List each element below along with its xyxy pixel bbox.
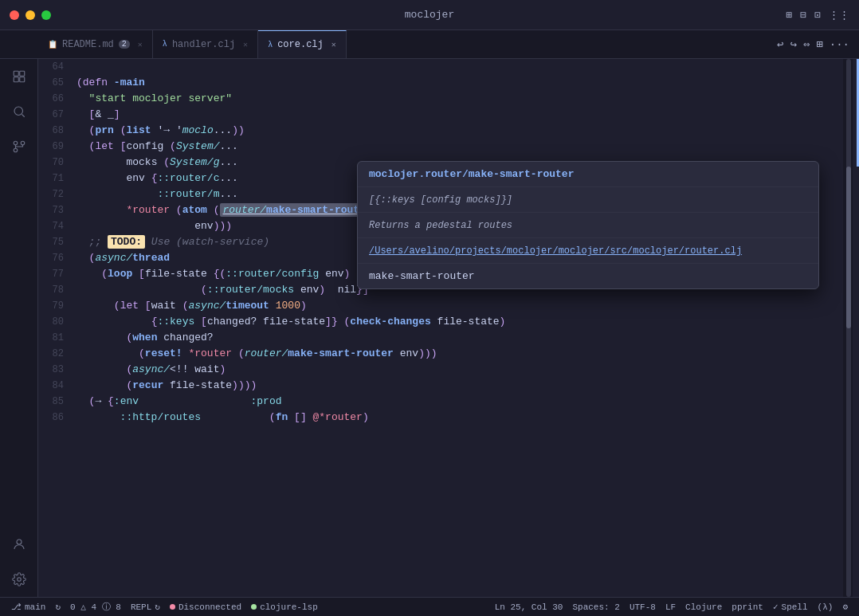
minimize-button[interactable] [25,10,35,20]
branch-name: main [25,602,45,612]
ac-item-args[interactable]: [{::keys [config mocks]}] [358,187,818,213]
table-row: 86 ::http/routes (fn [] @*router) [38,410,843,426]
tab-core[interactable]: λ core.clj ✕ [258,30,347,58]
grid-icon[interactable]: ⋮⋮ [829,9,849,22]
tab-readme-badge: 2 [119,40,130,49]
autocomplete-popup: moclojer.router/make-smart-router [{::ke… [357,161,819,289]
position-label: Ln 25, Col 30 [495,602,563,612]
lsp-dot [251,604,257,610]
line-number: 66 [38,91,76,107]
status-eol[interactable]: LF [661,598,681,616]
sidebar-icon-account[interactable] [8,533,30,555]
ac-path-text: /Users/avelino/projects/moclojer/mocloje… [369,245,742,257]
lsp-label: clojure-lsp [260,602,318,612]
split-icon[interactable]: ⊡ [814,9,821,22]
line-number: 67 [38,107,76,123]
status-repl[interactable]: REPL ↻ [126,598,165,616]
line-content: ::http/routes (fn [] @*router) [76,410,843,426]
navigate-icon[interactable]: ⇔ [803,37,810,51]
lang-label: Clojure [685,602,722,612]
table-row: 64 [38,59,843,75]
maximize-button[interactable] [41,10,51,20]
table-row: 83 (async/<!! wait) [38,362,843,378]
ac-item-path[interactable]: /Users/avelino/projects/moclojer/mocloje… [358,238,818,264]
scrollbar[interactable] [843,59,853,597]
ac-desc-text: Returns a pedestal routes [369,220,512,231]
line-number: 72 [38,186,76,202]
ac-sig-name: moclojer.router/make-smart-router [369,168,574,180]
line-content: (recur file-state)))) [76,378,843,394]
svg-point-6 [21,141,25,145]
status-lambda[interactable]: (λ) [813,598,838,616]
line-number: 75 [38,234,76,250]
split-editor-icon[interactable]: ⊞ [816,37,822,51]
ac-item-fn[interactable]: make-smart-router [358,264,818,288]
scrollbar-thumb[interactable] [846,167,851,328]
status-warnings[interactable]: 0 △ 4 ⓘ 8 [65,598,126,616]
branch-icon: ⎇ [11,602,22,612]
status-lsp[interactable]: clojure-lsp [246,598,323,616]
status-lang[interactable]: Clojure [681,598,727,616]
sidebar-icon-git[interactable] [8,135,30,158]
status-branch[interactable]: ⎇ main [6,598,50,616]
go-back-icon[interactable]: ↩ [777,37,783,51]
eol-label: LF [665,602,676,612]
status-settings[interactable]: ⚙ [837,598,853,616]
disconnected-label: Disconnected [178,602,241,612]
tab-core-label: core.clj [277,39,324,50]
line-number: 84 [38,378,76,394]
format-label: pprint [732,602,763,612]
line-number: 79 [38,298,76,314]
tab-core-close[interactable]: ✕ [331,40,336,49]
status-spaces[interactable]: Spaces: 2 [567,598,624,616]
table-row: 85 (→ {:env :prod [38,394,843,410]
status-spell[interactable]: ✓ Spell [768,598,813,616]
line-number: 78 [38,282,76,298]
tab-readme[interactable]: 📋 README.md 2 ✕ [38,30,153,58]
lambda-icon: (λ) [818,602,834,612]
ac-item-sig[interactable]: moclojer.router/make-smart-router [358,162,818,187]
table-row: 66 "start moclojer server" [38,91,843,107]
spell-icon: ✓ [773,602,779,612]
line-number: 69 [38,139,76,155]
spaces-label: Spaces: 2 [572,602,619,612]
line-content: (→ {:env :prod [76,394,843,410]
close-button[interactable] [10,10,19,20]
tabbar: 📋 README.md 2 ✕ λ handler.clj ✕ λ core.c… [0,30,859,59]
svg-rect-2 [14,77,18,82]
line-content: (defn -main [76,75,843,91]
status-encoding[interactable]: UTF-8 [625,598,661,616]
status-position[interactable]: Ln 25, Col 30 [490,598,568,616]
more-icon[interactable]: ··· [830,38,849,51]
line-number: 73 [38,202,76,218]
line-number: 71 [38,171,76,186]
status-refresh[interactable]: ↻ [50,598,65,616]
sidebar-toggle-icon[interactable]: ⊞ [786,9,793,22]
app-title: moclojer [405,9,454,21]
sidebar-icon-search[interactable] [8,100,30,123]
table-row: 69 (let [config (System/... [38,139,843,155]
sidebar-icon-explorer[interactable] [8,65,30,88]
svg-point-4 [14,107,23,116]
svg-point-9 [17,578,21,582]
line-content: (let [config (System/... [76,139,843,155]
table-row: 67 [& _] [38,107,843,123]
table-row: 79 (let [wait (async/timeout 1000) [38,298,843,314]
go-forward-icon[interactable]: ↪ [790,37,796,51]
status-format[interactable]: pprint [727,598,768,616]
encoding-label: UTF-8 [630,602,656,612]
tab-handler-close[interactable]: ✕ [243,40,248,49]
tab-readme-close[interactable]: ✕ [138,40,143,49]
sidebar-icon-settings[interactable] [8,568,30,590]
tab-handler[interactable]: λ handler.clj ✕ [153,30,258,58]
repl-label: REPL [131,602,151,612]
status-disconnected[interactable]: Disconnected [165,598,246,616]
layout-icon[interactable]: ⊟ [800,9,806,22]
table-row: 80 {::keys [changed? file-state]} (check… [38,314,843,330]
svg-rect-1 [19,71,24,76]
svg-point-8 [17,539,22,544]
code-editor[interactable]: 64 65 (defn -main 66 "start moclojer ser… [38,59,843,597]
connection-dot [170,604,175,610]
settings-icon: ⚙ [842,602,848,612]
line-content: (let [wait (async/timeout 1000) [76,298,843,314]
